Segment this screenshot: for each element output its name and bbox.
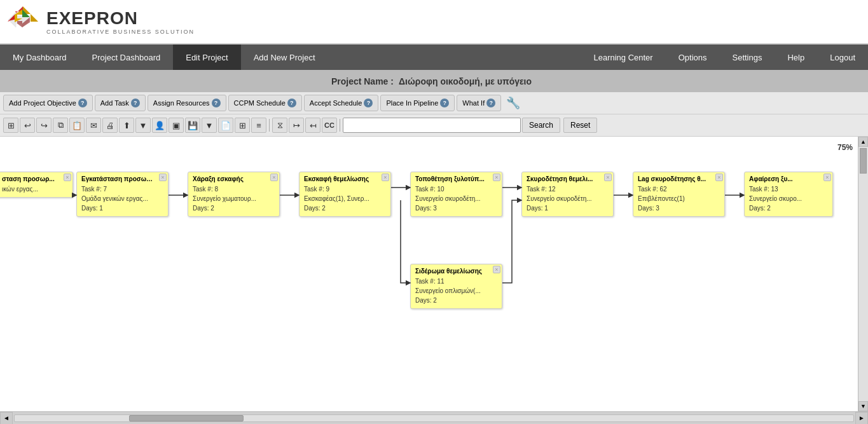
task-node-partial-left[interactable]: × σταση προσωρ... ικών εργας... — [0, 172, 73, 198]
task-12-close-icon[interactable]: × — [604, 174, 612, 181]
task-62-title: Lag σκυροδέτησης θ... — [638, 175, 720, 182]
task-11-close-icon[interactable]: × — [493, 266, 500, 273]
navigation-bar: My Dashboard Project Dashboard Edit Proj… — [0, 44, 868, 70]
task-62-close-icon[interactable]: × — [715, 174, 723, 181]
reset-button[interactable]: Reset — [563, 118, 597, 133]
accept-schedule-help-icon[interactable]: ? — [364, 99, 373, 107]
task-8-title: Χάραξη εσκαφής — [193, 175, 275, 182]
what-if-button[interactable]: What If ? — [457, 95, 501, 111]
task-9-close-icon[interactable]: × — [382, 174, 389, 181]
ccpm-schedule-help-icon[interactable]: ? — [287, 99, 296, 107]
task-10-info: Task #: 10 Συνεργείο σκυροδέτη... Days: … — [415, 184, 497, 213]
task-13-title: Αφαίρεση ξυ... — [749, 175, 828, 182]
task-10-close-icon[interactable]: × — [493, 174, 500, 181]
task-close-icon[interactable]: × — [64, 174, 71, 181]
task-13-close-icon[interactable]: × — [823, 174, 831, 181]
settings-wrench-icon[interactable]: 🔧 — [506, 96, 520, 110]
assign-resources-button[interactable]: Assign Resources ? — [148, 95, 226, 111]
task-node-11[interactable]: × Σιδέρωμα θεμελίωσης Task #: 11 Συνεργε… — [410, 264, 502, 309]
export-icon[interactable]: ⬆ — [119, 118, 134, 133]
add-objective-button[interactable]: Add Project Objective ? — [3, 95, 93, 111]
grid-icon[interactable]: ⊞ — [235, 118, 250, 133]
assign-resources-help-icon[interactable]: ? — [212, 99, 221, 107]
nav-edit-project[interactable]: Edit Project — [173, 44, 240, 70]
paste-icon[interactable]: 📋 — [69, 118, 85, 133]
add-task-help-icon[interactable]: ? — [131, 99, 140, 107]
task-node-12[interactable]: × Σκυροδέτηση θεμελι... Task #: 12 Συνερ… — [521, 172, 614, 217]
logo-text: EXEPRON COLLABORATIVE BUSINESS SOLUTION — [46, 8, 195, 35]
undo-icon[interactable]: ↩ — [20, 118, 35, 133]
accept-schedule-label: Accept Schedule — [310, 99, 362, 107]
app-header: EXEPRON COLLABORATIVE BUSINESS SOLUTION — [0, 0, 868, 44]
nav-project-dashboard[interactable]: Project Dashboard — [79, 44, 174, 70]
arrow-right-icon[interactable]: ↦ — [289, 118, 304, 133]
align-icon[interactable]: ≡ — [251, 118, 266, 133]
email-icon[interactable]: ✉ — [86, 118, 101, 133]
what-if-help-icon[interactable]: ? — [486, 99, 495, 107]
nav-help[interactable]: Help — [775, 44, 817, 70]
ccpm-schedule-button[interactable]: CCPM Schedule ? — [228, 95, 302, 111]
nav-options[interactable]: Options — [666, 44, 720, 70]
save-icon[interactable]: 💾 — [185, 118, 200, 133]
project-name-bar: Project Name : Διώροφη οικοδομή, με υπόγ… — [0, 70, 868, 92]
horizontal-scrollbar[interactable]: ◄ ► — [0, 411, 868, 424]
vscroll-up-arrow[interactable]: ▲ — [858, 137, 868, 147]
save-dropdown-icon[interactable]: ▼ — [202, 118, 217, 133]
task-12-title: Σκυροδέτηση θεμελι... — [527, 175, 609, 182]
task-11-info: Task #: 11 Συνεργείο οπλισμών(... Days: … — [415, 277, 497, 305]
place-in-pipeline-button[interactable]: Place In Pipeline ? — [380, 95, 455, 111]
task-7-close-icon[interactable]: × — [159, 174, 167, 181]
what-if-label: What If — [462, 99, 485, 107]
copy-icon[interactable]: ⧉ — [53, 118, 68, 133]
nav-my-dashboard[interactable]: My Dashboard — [0, 44, 79, 70]
place-in-pipeline-help-icon[interactable]: ? — [440, 99, 449, 107]
nav-settings[interactable]: Settings — [720, 44, 775, 70]
accept-schedule-button[interactable]: Accept Schedule ? — [304, 95, 379, 111]
search-button[interactable]: Search — [522, 118, 560, 133]
task-node-13[interactable]: × Αφαίρεση ξυ... Task #: 13 Συνεργείο σκ… — [744, 172, 833, 217]
hierarchy-icon[interactable]: ⊞ — [3, 118, 18, 133]
project-name-value: Διώροφη οικοδομή, με υπόγειο — [399, 76, 532, 86]
hscroll-thumb[interactable] — [129, 415, 244, 421]
task-7-info: Task #: 7 Ομάδα γενικών εργας... Days: 1 — [81, 184, 163, 213]
arrow-left-icon[interactable]: ↤ — [305, 118, 320, 133]
task-10-title: Τοποθέτηση ξυλοτύπ... — [415, 175, 497, 182]
vscroll-down-arrow[interactable]: ▼ — [858, 401, 868, 411]
redo-icon[interactable]: ↪ — [36, 118, 52, 133]
vscroll-thumb[interactable] — [860, 148, 867, 174]
task-node-10[interactable]: × Τοποθέτηση ξυλοτύπ... Task #: 10 Συνερ… — [410, 172, 502, 217]
assign-resources-label: Assign Resources — [153, 99, 210, 107]
task-node-62[interactable]: × Lag σκυροδέτησης θ... Task #: 62 Επιβλ… — [633, 172, 725, 217]
nav-add-new-project[interactable]: Add New Project — [241, 44, 328, 70]
person-icon[interactable]: 👤 — [152, 118, 167, 133]
nav-learning-center[interactable]: Learning Center — [581, 44, 665, 70]
task-8-info: Task #: 8 Συνεργείο χωματουρ... Days: 2 — [193, 184, 275, 213]
page-icon[interactable]: 📄 — [218, 118, 233, 133]
separator-2 — [340, 119, 340, 132]
window-icon[interactable]: ▣ — [169, 118, 184, 133]
separator-1 — [269, 119, 270, 132]
task-node-8[interactable]: × Χάραξη εσκαφής Task #: 8 Συνεργείο χωμ… — [188, 172, 280, 217]
add-objective-help-icon[interactable]: ? — [78, 99, 87, 107]
task-node-7[interactable]: × Εγκατάσταση προσωρ... Task #: 7 Ομάδα … — [76, 172, 169, 217]
task-node-9[interactable]: × Εκσκαφή θεμελίωσης Task #: 9 Εκσκαφέας… — [299, 172, 391, 217]
task-8-close-icon[interactable]: × — [270, 174, 278, 181]
search-input[interactable] — [343, 118, 521, 133]
svg-marker-4 — [31, 14, 38, 22]
add-objective-label: Add Project Objective — [9, 99, 76, 107]
task-9-info: Task #: 9 Εκσκαφέας(1), Συνερ... Days: 2 — [304, 184, 386, 213]
vscroll-track — [858, 147, 868, 401]
vertical-scrollbar[interactable]: ▲ ▼ — [858, 137, 868, 411]
print-icon[interactable]: 🖨 — [102, 118, 118, 133]
task-62-info: Task #: 62 Επιβλέποντες(1) Days: 3 — [638, 184, 720, 213]
nav-logout[interactable]: Logout — [817, 44, 868, 70]
add-task-button[interactable]: Add Task ? — [95, 95, 146, 111]
task-11-title: Σιδέρωμα θεμελίωσης — [415, 268, 497, 275]
hscroll-track — [14, 414, 854, 422]
cc-icon[interactable]: CC — [322, 118, 337, 133]
hscroll-left-arrow[interactable]: ◄ — [0, 412, 13, 425]
hscroll-right-arrow[interactable]: ► — [855, 412, 868, 425]
filter-icon[interactable]: ⧖ — [272, 118, 287, 133]
zoom-label: 75% — [837, 143, 853, 152]
export-dropdown-icon[interactable]: ▼ — [135, 118, 151, 133]
